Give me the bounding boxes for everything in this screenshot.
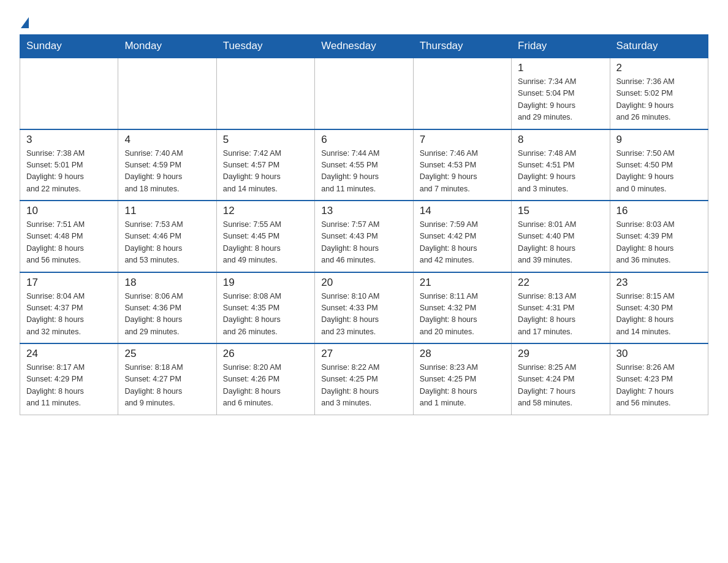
day-info: Sunrise: 8:04 AMSunset: 4:37 PMDaylight:… [26,291,112,339]
day-info: Sunrise: 8:17 AMSunset: 4:29 PMDaylight:… [26,362,112,410]
day-info: Sunrise: 8:23 AMSunset: 4:25 PMDaylight:… [420,362,505,410]
day-info: Sunrise: 7:42 AMSunset: 4:57 PMDaylight:… [223,148,308,196]
day-number: 1 [518,62,603,74]
day-info: Sunrise: 7:48 AMSunset: 4:51 PMDaylight:… [518,148,603,196]
calendar-week-row: 1Sunrise: 7:34 AMSunset: 5:04 PMDaylight… [20,58,708,129]
day-number: 4 [124,134,210,146]
calendar-cell: 9Sunrise: 7:50 AMSunset: 4:50 PMDaylight… [610,129,708,201]
day-info: Sunrise: 8:26 AMSunset: 4:23 PMDaylight:… [616,362,702,410]
day-number: 11 [124,205,210,217]
calendar-header-friday: Friday [512,35,610,58]
day-info: Sunrise: 7:55 AMSunset: 4:45 PMDaylight:… [223,219,308,267]
day-number: 26 [223,348,308,360]
day-number: 28 [420,348,505,360]
day-number: 17 [26,277,112,289]
day-info: Sunrise: 8:10 AMSunset: 4:33 PMDaylight:… [321,291,406,339]
day-info: Sunrise: 7:57 AMSunset: 4:43 PMDaylight:… [321,219,406,267]
day-number: 10 [26,205,112,217]
day-number: 3 [26,134,112,146]
calendar-cell: 7Sunrise: 7:46 AMSunset: 4:53 PMDaylight… [413,129,511,201]
calendar-week-row: 3Sunrise: 7:38 AMSunset: 5:01 PMDaylight… [20,129,708,201]
day-info: Sunrise: 8:15 AMSunset: 4:30 PMDaylight:… [616,291,702,339]
calendar-cell: 17Sunrise: 8:04 AMSunset: 4:37 PMDayligh… [20,272,118,344]
calendar-cell: 16Sunrise: 8:03 AMSunset: 4:39 PMDayligh… [610,201,708,272]
calendar-cell: 18Sunrise: 8:06 AMSunset: 4:36 PMDayligh… [118,272,216,344]
day-info: Sunrise: 8:20 AMSunset: 4:26 PMDaylight:… [223,362,308,410]
calendar-cell: 19Sunrise: 8:08 AMSunset: 4:35 PMDayligh… [216,272,314,344]
day-info: Sunrise: 7:44 AMSunset: 4:55 PMDaylight:… [321,148,406,196]
day-number: 15 [518,205,603,217]
calendar-cell [216,58,314,129]
calendar-cell: 28Sunrise: 8:23 AMSunset: 4:25 PMDayligh… [413,343,511,415]
logo [20,15,29,26]
day-number: 24 [26,348,112,360]
calendar-cell: 20Sunrise: 8:10 AMSunset: 4:33 PMDayligh… [315,272,413,344]
day-info: Sunrise: 8:13 AMSunset: 4:31 PMDaylight:… [518,291,603,339]
day-info: Sunrise: 8:22 AMSunset: 4:25 PMDaylight:… [321,362,406,410]
calendar-header-row: SundayMondayTuesdayWednesdayThursdayFrid… [20,35,708,58]
day-number: 9 [616,134,702,146]
day-info: Sunrise: 8:25 AMSunset: 4:24 PMDaylight:… [518,362,603,410]
calendar-cell: 24Sunrise: 8:17 AMSunset: 4:29 PMDayligh… [20,343,118,415]
page-header [20,15,708,26]
calendar-cell: 5Sunrise: 7:42 AMSunset: 4:57 PMDaylight… [216,129,314,201]
calendar-week-row: 24Sunrise: 8:17 AMSunset: 4:29 PMDayligh… [20,343,708,415]
logo-triangle-icon [21,17,29,28]
calendar-header-thursday: Thursday [413,35,511,58]
day-number: 2 [616,62,702,74]
calendar-cell: 6Sunrise: 7:44 AMSunset: 4:55 PMDaylight… [315,129,413,201]
calendar-cell [315,58,413,129]
calendar-header-monday: Monday [118,35,216,58]
day-number: 7 [420,134,505,146]
day-info: Sunrise: 8:11 AMSunset: 4:32 PMDaylight:… [420,291,505,339]
day-info: Sunrise: 7:51 AMSunset: 4:48 PMDaylight:… [26,219,112,267]
calendar-cell: 29Sunrise: 8:25 AMSunset: 4:24 PMDayligh… [512,343,610,415]
calendar-cell: 21Sunrise: 8:11 AMSunset: 4:32 PMDayligh… [413,272,511,344]
day-number: 8 [518,134,603,146]
calendar-cell [413,58,511,129]
calendar-cell: 22Sunrise: 8:13 AMSunset: 4:31 PMDayligh… [512,272,610,344]
day-info: Sunrise: 7:59 AMSunset: 4:42 PMDaylight:… [420,219,505,267]
day-info: Sunrise: 7:36 AMSunset: 5:02 PMDaylight:… [616,76,702,124]
day-number: 27 [321,348,406,360]
day-number: 30 [616,348,702,360]
calendar-cell: 13Sunrise: 7:57 AMSunset: 4:43 PMDayligh… [315,201,413,272]
calendar-cell: 12Sunrise: 7:55 AMSunset: 4:45 PMDayligh… [216,201,314,272]
calendar-cell [118,58,216,129]
calendar-header-saturday: Saturday [610,35,708,58]
day-number: 25 [124,348,210,360]
calendar-cell: 15Sunrise: 8:01 AMSunset: 4:40 PMDayligh… [512,201,610,272]
day-number: 14 [420,205,505,217]
calendar-cell: 10Sunrise: 7:51 AMSunset: 4:48 PMDayligh… [20,201,118,272]
day-info: Sunrise: 8:08 AMSunset: 4:35 PMDaylight:… [223,291,308,339]
calendar-cell: 8Sunrise: 7:48 AMSunset: 4:51 PMDaylight… [512,129,610,201]
calendar-cell: 26Sunrise: 8:20 AMSunset: 4:26 PMDayligh… [216,343,314,415]
calendar-cell: 3Sunrise: 7:38 AMSunset: 5:01 PMDaylight… [20,129,118,201]
day-number: 29 [518,348,603,360]
day-number: 21 [420,277,505,289]
calendar-header-wednesday: Wednesday [315,35,413,58]
calendar-cell: 2Sunrise: 7:36 AMSunset: 5:02 PMDaylight… [610,58,708,129]
day-number: 13 [321,205,406,217]
calendar-cell: 4Sunrise: 7:40 AMSunset: 4:59 PMDaylight… [118,129,216,201]
day-info: Sunrise: 7:38 AMSunset: 5:01 PMDaylight:… [26,148,112,196]
calendar-cell: 23Sunrise: 8:15 AMSunset: 4:30 PMDayligh… [610,272,708,344]
day-number: 22 [518,277,603,289]
day-number: 12 [223,205,308,217]
calendar-table: SundayMondayTuesdayWednesdayThursdayFrid… [20,34,708,415]
day-number: 20 [321,277,406,289]
calendar-header-sunday: Sunday [20,35,118,58]
calendar-cell: 27Sunrise: 8:22 AMSunset: 4:25 PMDayligh… [315,343,413,415]
day-info: Sunrise: 7:40 AMSunset: 4:59 PMDaylight:… [124,148,210,196]
day-info: Sunrise: 7:53 AMSunset: 4:46 PMDaylight:… [124,219,210,267]
calendar-cell: 30Sunrise: 8:26 AMSunset: 4:23 PMDayligh… [610,343,708,415]
day-info: Sunrise: 8:06 AMSunset: 4:36 PMDaylight:… [124,291,210,339]
calendar-cell: 1Sunrise: 7:34 AMSunset: 5:04 PMDaylight… [512,58,610,129]
day-number: 18 [124,277,210,289]
day-number: 19 [223,277,308,289]
day-info: Sunrise: 8:03 AMSunset: 4:39 PMDaylight:… [616,219,702,267]
calendar-cell: 14Sunrise: 7:59 AMSunset: 4:42 PMDayligh… [413,201,511,272]
day-info: Sunrise: 8:18 AMSunset: 4:27 PMDaylight:… [124,362,210,410]
day-info: Sunrise: 7:46 AMSunset: 4:53 PMDaylight:… [420,148,505,196]
calendar-week-row: 10Sunrise: 7:51 AMSunset: 4:48 PMDayligh… [20,201,708,272]
